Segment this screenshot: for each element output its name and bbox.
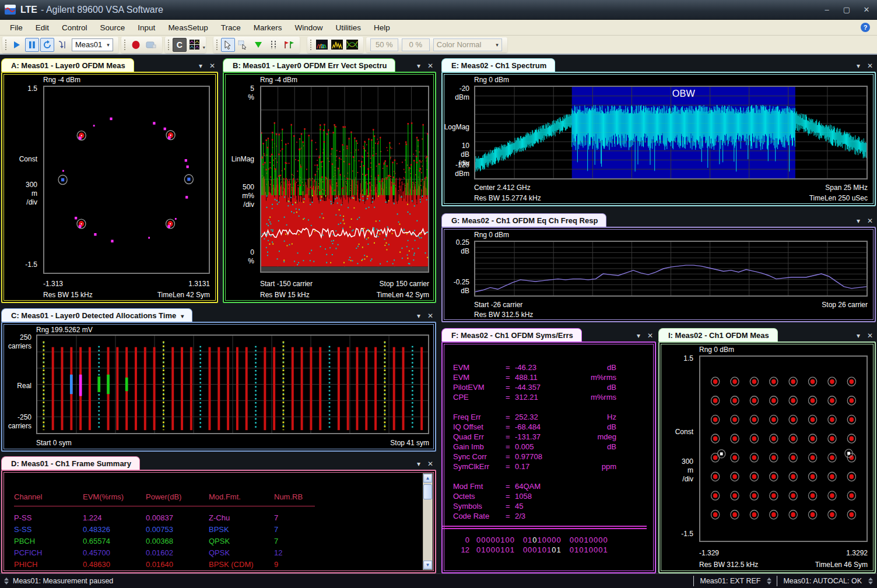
player-button[interactable]	[144, 38, 158, 52]
band-markers-button[interactable]	[266, 38, 280, 52]
autocal-status: Meas01: AUTOCAL: OK	[783, 577, 862, 585]
panel-b-close-button[interactable]: ✕	[425, 62, 436, 72]
tab-panel-a[interactable]: A: Meas01 - Layer0 OFDM Meas	[1, 58, 134, 72]
ext-ref-spinner[interactable]	[767, 578, 771, 585]
help-icon[interactable]: ?	[861, 23, 870, 32]
table-row[interactable]: PCFICH0.457000.01602QPSK12	[14, 547, 315, 559]
tab-panel-c[interactable]: C: Meas01 - Layer0 Detected Allocations …	[1, 308, 192, 322]
symbol-bits-row: 12010001010001010101010001	[443, 545, 655, 555]
maximize-button[interactable]: ▢	[841, 5, 853, 14]
panel-b-menu-button[interactable]: ▾	[413, 62, 425, 72]
tab-panel-i[interactable]: I: Meas02 - Ch1 OFDM Meas	[658, 328, 778, 341]
flag-markers-button[interactable]	[282, 38, 296, 52]
minimize-button[interactable]: –	[821, 5, 833, 14]
toolbar-grip[interactable]	[310, 39, 312, 51]
scroll-up-button[interactable]: ▲	[423, 474, 432, 483]
close-button[interactable]: ✕	[861, 5, 872, 14]
menu-control[interactable]: Control	[55, 21, 94, 34]
tab-panel-f[interactable]: F: Meas02 - Ch1 OFDM Syms/Errs	[441, 328, 582, 341]
panel-i-close-button[interactable]: ✕	[864, 332, 876, 341]
panel-f-menu-button[interactable]: ▾	[633, 332, 644, 341]
menu-utilities[interactable]: Utilities	[329, 21, 367, 34]
marker-tool-button[interactable]	[251, 38, 265, 52]
panel-f-close-button[interactable]: ✕	[644, 332, 656, 341]
x-axis-start-label: Start -26 carrier	[474, 301, 522, 309]
toolbar-grip[interactable]	[124, 39, 126, 51]
play-button[interactable]	[10, 38, 24, 52]
table-row[interactable]: PHICH0.486300.01640BPSK (CDM)9	[14, 559, 315, 571]
window-title-app: LTE	[20, 5, 37, 15]
res-bw-label: Res BW 312.5 kHz	[474, 311, 533, 319]
panel-g-menu-button[interactable]: ▾	[853, 217, 864, 227]
select-tool-button[interactable]	[221, 38, 235, 52]
measurement-select[interactable]: Meas01▾	[72, 38, 113, 51]
menu-meassetup[interactable]: MeasSetup	[162, 21, 214, 34]
y-axis-top-label: 5 %	[224, 84, 254, 102]
pause-button[interactable]	[25, 38, 39, 52]
spectrum-plot-e: OBW	[474, 86, 868, 179]
scroll-down-button[interactable]: ▼	[423, 561, 432, 569]
x-scale-field[interactable]: 50 %	[370, 38, 398, 51]
toolbar-group-displays	[307, 37, 363, 53]
spectrogram-display-button[interactable]	[315, 38, 329, 52]
panel-i-menu-button[interactable]: ▾	[853, 332, 864, 341]
panel-g-body: Rng 0 dBm 0.25 dB -0.25 dB Start -26 car…	[441, 227, 876, 322]
panel-i-body: Rng 0 dBm 1.5 Const 300 m /div -1.5 -1.3…	[658, 341, 876, 573]
toolbar-grip[interactable]	[216, 39, 218, 51]
tab-panel-g[interactable]: G: Meas02 - Ch1 OFDM Eq Ch Freq Resp	[441, 213, 606, 227]
menu-file[interactable]: File	[3, 21, 29, 34]
panel-g-close-button[interactable]: ✕	[864, 217, 876, 227]
y-scale-field[interactable]: 0 %	[402, 38, 430, 51]
tab-panel-e[interactable]: E: Meas02 - Ch1 Spectrum	[441, 58, 555, 72]
frame-summary-header: Num.RB	[274, 491, 315, 506]
zoom-tool-button[interactable]	[236, 38, 250, 52]
menu-window[interactable]: Window	[288, 21, 329, 34]
panel-a-menu-button[interactable]: ▾	[195, 62, 206, 72]
menu-input[interactable]: Input	[131, 21, 162, 34]
scrollbar-thumb[interactable]	[423, 484, 432, 499]
tab-panel-b[interactable]: B: Meas01 - Layer0 OFDM Err Vect Spectru	[223, 58, 395, 72]
table-cell: PBCH	[14, 536, 83, 547]
panel-a-close-button[interactable]: ✕	[206, 62, 218, 72]
panel-e-header: E: Meas02 - Ch1 Spectrum ▾ ✕	[441, 57, 876, 72]
measurement-row: Sync Corr=0.97708	[453, 452, 655, 462]
menu-trace[interactable]: Trace	[215, 21, 247, 34]
panel-d-close-button[interactable]: ✕	[425, 460, 436, 470]
tab-panel-f-label: F: Meas02 - Ch1 OFDM Syms/Errs	[451, 331, 573, 340]
menu-source[interactable]: Source	[94, 21, 132, 34]
eye-diagram-button[interactable]	[345, 38, 359, 52]
toolbar-grip[interactable]	[5, 39, 7, 51]
menu-help[interactable]: Help	[367, 21, 397, 34]
menu-markers[interactable]: Markers	[247, 21, 289, 34]
single-acquire-button[interactable]	[55, 38, 69, 52]
panel-e-body: Rng 0 dBm -20 dBm LogMag 10 dB /div -120…	[441, 72, 876, 206]
autocal-spinner[interactable]	[868, 578, 873, 585]
tab-dropdown-icon[interactable]: ▾	[181, 313, 184, 319]
panel-c: C: Meas01 - Layer0 Detected Allocations …	[1, 307, 436, 452]
loop-icon	[43, 40, 52, 50]
correction-button[interactable]: C	[173, 38, 187, 52]
panel-e-close-button[interactable]: ✕	[864, 62, 876, 72]
range-label: Rng 0 dBm	[474, 231, 509, 239]
panel-c-close-button[interactable]: ✕	[425, 312, 436, 322]
vertical-scrollbar[interactable]: ▲ ▼	[423, 473, 433, 570]
panel-d-body: ChannelEVM(%rms)Power(dB)Mod.Fmt.Num.RBP…	[1, 470, 436, 573]
record-button[interactable]	[129, 38, 143, 52]
status-spinner[interactable]	[4, 578, 9, 585]
table-row[interactable]: PBCH0.655740.00368QPSK7	[14, 536, 315, 547]
table-cell: 0.00753	[146, 524, 209, 536]
table-row[interactable]: S-SS0.483260.00753BPSK7	[14, 524, 315, 536]
color-mode-select[interactable]: Color Normal▾	[433, 38, 502, 51]
menu-edit[interactable]: Edit	[29, 21, 55, 34]
panel-e-menu-button[interactable]: ▾	[853, 62, 864, 72]
table-row[interactable]: P-SS1.2240.00837Z-Chu7	[14, 512, 315, 524]
restart-loop-button[interactable]	[40, 38, 54, 52]
panel-d-menu-button[interactable]: ▾	[413, 460, 425, 470]
toolbar-grip[interactable]	[167, 39, 170, 51]
spectrum-display-button[interactable]	[330, 38, 344, 52]
play-icon	[13, 41, 21, 49]
tab-panel-d[interactable]: D: Meas01 - Ch1 Frame Summary	[1, 456, 140, 470]
panel-c-menu-button[interactable]: ▾	[413, 312, 425, 322]
trace-layout-button[interactable]: ▾	[188, 38, 202, 52]
measurement-row: PilotEVM=-44.357dB	[453, 382, 655, 392]
